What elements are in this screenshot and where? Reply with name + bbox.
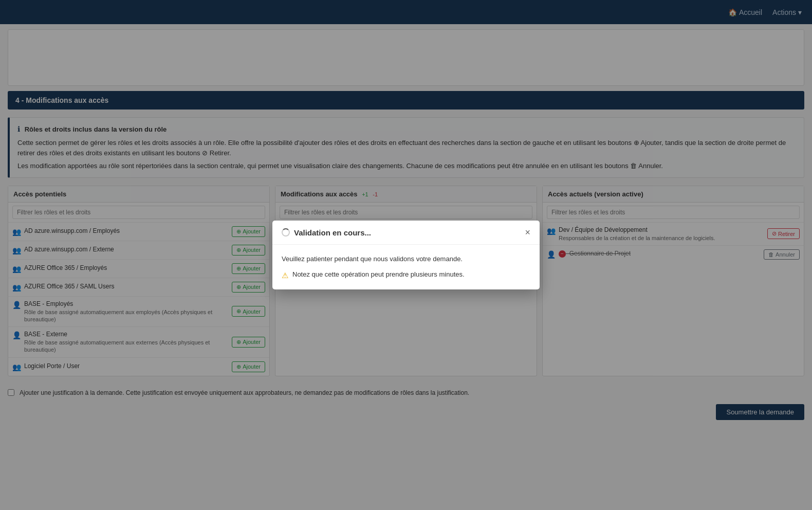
modal-title: Validation en cours... bbox=[282, 228, 371, 237]
modal-close-button[interactable]: × bbox=[525, 228, 530, 237]
warning-icon: ⚠ bbox=[282, 271, 288, 280]
modal-header: Validation en cours... × bbox=[272, 221, 540, 245]
modal-body-line2: Notez que cette opération peut prendre p… bbox=[292, 270, 465, 278]
modal-body: Veuillez patienter pendant que nous vali… bbox=[272, 245, 540, 289]
spinner-icon bbox=[282, 228, 290, 236]
modal-body-line1: Veuillez patienter pendant que nous vali… bbox=[282, 254, 530, 264]
validation-modal: Validation en cours... × Veuillez patien… bbox=[272, 221, 540, 289]
modal-overlay: Validation en cours... × Veuillez patien… bbox=[0, 0, 812, 510]
modal-warning: ⚠ Notez que cette opération peut prendre… bbox=[282, 270, 530, 280]
